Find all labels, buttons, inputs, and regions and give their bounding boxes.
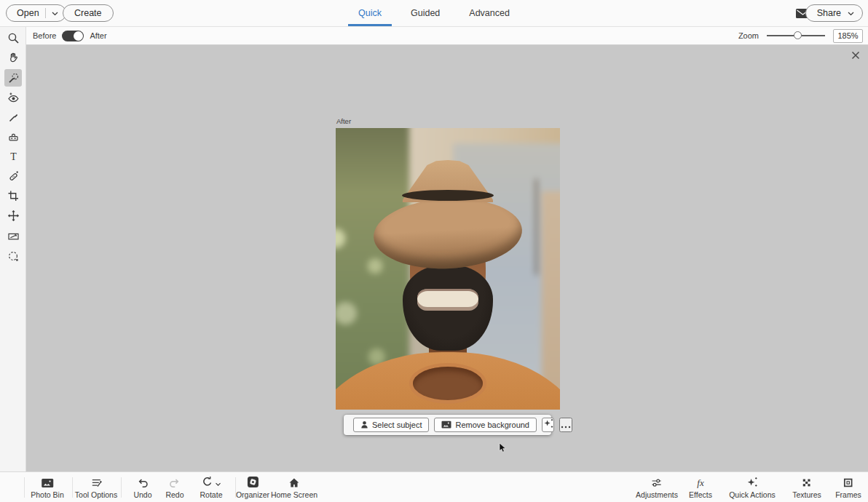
redo-button[interactable]: Redo (165, 476, 184, 499)
toggle-knob (74, 31, 83, 41)
textures-label: Textures (792, 490, 821, 499)
home-screen-button[interactable]: Home Screen (271, 476, 317, 499)
remove-background-label: Remove background (455, 421, 529, 429)
frames-icon (843, 476, 854, 488)
task-bar: Photo Bin Tool Options Undo Redo Rotate … (0, 471, 868, 502)
whiten-teeth-tool[interactable] (4, 108, 22, 126)
frames-panel-button[interactable]: Frames (835, 476, 861, 499)
select-subject-label: Select subject (372, 421, 422, 429)
tool-options-button[interactable]: Tool Options (75, 476, 117, 499)
close-icon[interactable] (851, 49, 860, 58)
zoom-tool[interactable] (4, 29, 22, 47)
svg-text:fx: fx (697, 477, 704, 488)
effects-icon: fx (694, 476, 707, 488)
photo-editor-app: Open Create Quick Guided Advanced Share … (0, 0, 868, 502)
editing-canvas[interactable]: After (26, 45, 868, 471)
undo-icon (136, 476, 149, 488)
taskbar-separator (24, 477, 25, 498)
photo-bin-icon (41, 476, 54, 488)
before-label: Before (33, 31, 56, 40)
image-state-label: After (336, 117, 560, 125)
adjustments-icon (651, 476, 663, 488)
ai-sparkles-button[interactable] (542, 418, 554, 432)
photo-subject (336, 128, 560, 410)
quick-action-bar: Select subject Remove background (344, 415, 551, 435)
tool-options-icon (90, 476, 103, 488)
remove-background-button[interactable]: Remove background (434, 418, 537, 432)
rotate-icon (202, 476, 213, 488)
zoom-control: Zoom 185% (738, 27, 863, 44)
quick-actions-panel-button[interactable]: Quick Actions (729, 476, 776, 499)
organizer-button[interactable]: Organizer (236, 476, 269, 499)
image-icon (441, 421, 451, 430)
rotate-button[interactable]: Rotate (200, 476, 223, 499)
straighten-tool[interactable] (4, 227, 22, 244)
photo-container: After (336, 117, 560, 410)
frames-label: Frames (835, 490, 861, 499)
photo-bin-button[interactable]: Photo Bin (31, 476, 64, 499)
after-label: After (90, 31, 106, 40)
before-after-control: Before After (33, 27, 107, 44)
svg-text:T: T (10, 151, 17, 162)
crop-tool[interactable] (4, 187, 22, 204)
sparkles-icon (542, 418, 553, 431)
more-options-button[interactable] (559, 418, 572, 432)
organizer-icon (246, 476, 259, 488)
zoom-label: Zoom (738, 31, 759, 40)
select-subject-button[interactable]: Select subject (353, 418, 429, 432)
tab-guided[interactable]: Guided (401, 0, 450, 26)
hand-tool[interactable] (4, 49, 22, 66)
textures-panel-button[interactable]: Textures (792, 476, 821, 499)
textures-icon (802, 476, 813, 488)
options-bar: Before After Zoom 185% (26, 27, 868, 45)
redo-label: Redo (165, 490, 184, 499)
before-after-toggle[interactable] (62, 31, 84, 41)
quick-actions-icon (746, 476, 759, 488)
mode-tabs: Quick Guided Advanced (0, 0, 868, 27)
tool-rail: T (0, 27, 26, 471)
more-dots-icon (561, 420, 571, 431)
effects-panel-button[interactable]: fx Effects (689, 476, 712, 499)
chevron-down-icon (216, 479, 221, 488)
share-button-label: Share (817, 8, 841, 18)
zoom-value-field[interactable]: 185% (833, 29, 863, 43)
taskbar-separator (121, 477, 122, 498)
move-tool[interactable] (4, 207, 22, 224)
tab-advanced[interactable]: Advanced (459, 0, 520, 26)
photo-bin-label: Photo Bin (31, 490, 64, 499)
home-screen-label: Home Screen (271, 490, 317, 499)
quick-actions-label: Quick Actions (729, 490, 776, 499)
zoom-slider-knob[interactable] (794, 31, 802, 39)
undo-label: Undo (133, 490, 151, 499)
adjustments-panel-button[interactable]: Adjustments (636, 476, 678, 499)
share-button[interactable]: Share (805, 4, 863, 22)
toolbox-tool[interactable] (4, 128, 22, 146)
home-icon (288, 476, 300, 488)
effects-label: Effects (689, 490, 712, 499)
zoom-slider[interactable] (767, 30, 825, 41)
undo-button[interactable]: Undo (133, 476, 151, 499)
adjustments-label: Adjustments (636, 490, 678, 499)
tool-options-label: Tool Options (75, 490, 117, 499)
taskbar-separator (72, 477, 73, 498)
rotate-label: Rotate (200, 490, 223, 499)
chevron-down-icon (848, 8, 854, 18)
spot-healing-tool[interactable] (4, 167, 22, 185)
type-tool[interactable]: T (4, 148, 22, 165)
mouse-cursor (499, 442, 507, 456)
tab-quick[interactable]: Quick (348, 0, 392, 26)
photo-image[interactable] (336, 128, 560, 410)
red-eye-tool[interactable] (4, 89, 22, 106)
quick-selection-tool[interactable] (4, 69, 22, 87)
marquee-tool[interactable] (4, 247, 22, 265)
organizer-label: Organizer (236, 490, 269, 499)
person-icon (360, 421, 368, 430)
redo-icon (168, 476, 181, 488)
top-bar: Open Create Quick Guided Advanced Share (0, 0, 868, 27)
